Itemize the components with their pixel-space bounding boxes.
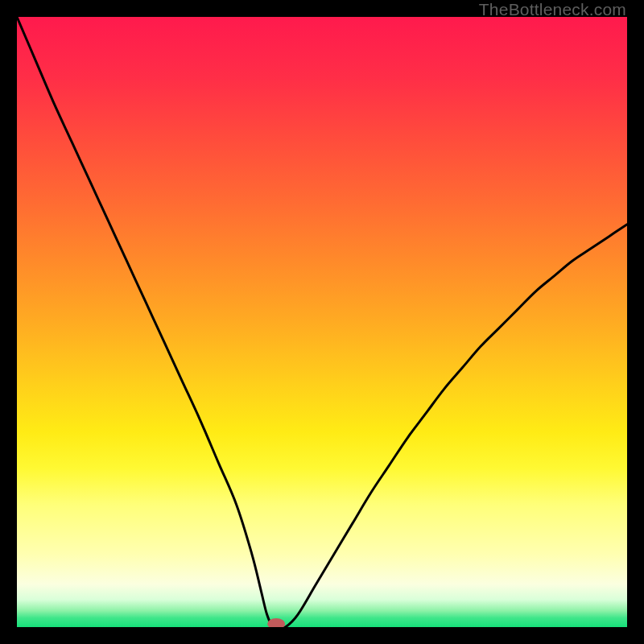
chart-plot-area — [17, 17, 627, 627]
gradient-background — [17, 17, 627, 627]
watermark-text: TheBottleneck.com — [479, 0, 626, 19]
chart-svg — [17, 17, 627, 627]
chart-frame: TheBottleneck.com — [0, 0, 644, 644]
